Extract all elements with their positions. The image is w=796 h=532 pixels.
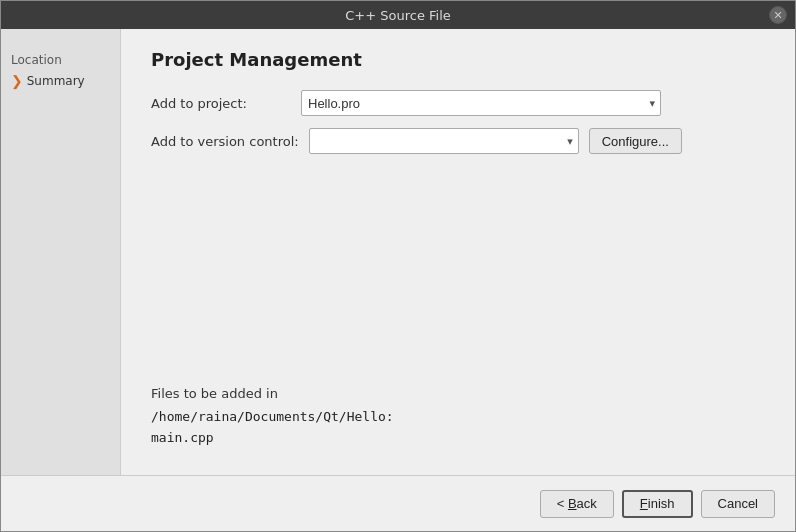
project-select-wrapper: Hello.pro [301, 90, 661, 116]
back-button[interactable]: < Back [540, 490, 614, 518]
close-button[interactable]: ✕ [769, 6, 787, 24]
page-title: Project Management [151, 49, 765, 70]
files-section: Files to be added in /home/raina/Documen… [151, 376, 765, 455]
add-to-vcs-row: Add to version control: Configure... [151, 128, 765, 154]
vcs-select[interactable] [309, 128, 579, 154]
footer: < Back Finish Cancel [1, 475, 795, 531]
title-bar: C++ Source File ✕ [1, 1, 795, 29]
vcs-select-wrapper [309, 128, 579, 154]
files-label: Files to be added in [151, 386, 765, 401]
close-icon: ✕ [773, 9, 782, 22]
window-title: C++ Source File [345, 8, 451, 23]
add-to-project-row: Add to project: Hello.pro [151, 90, 765, 116]
sidebar: Location ❯ Summary [1, 29, 121, 475]
main-panel: Project Management Add to project: Hello… [121, 29, 795, 475]
add-to-project-label: Add to project: [151, 96, 291, 111]
back-underline: B [568, 496, 577, 511]
finish-button-label: Finish [640, 496, 675, 511]
files-name: main.cpp [151, 430, 765, 445]
sidebar-summary-label: Summary [27, 74, 85, 88]
files-path: /home/raina/Documents/Qt/Hello: [151, 409, 765, 424]
configure-button[interactable]: Configure... [589, 128, 682, 154]
finish-button[interactable]: Finish [622, 490, 693, 518]
sidebar-item-location: Location [1, 49, 72, 69]
finish-underline: F [640, 496, 648, 511]
cancel-button[interactable]: Cancel [701, 490, 775, 518]
main-window: C++ Source File ✕ Location ❯ Summary Pro… [0, 0, 796, 532]
sidebar-item-summary: ❯ Summary [1, 69, 120, 93]
add-to-vcs-label: Add to version control: [151, 134, 299, 149]
back-button-label: < Back [557, 496, 597, 511]
sidebar-location-label: Location [11, 53, 62, 67]
project-select[interactable]: Hello.pro [301, 90, 661, 116]
sidebar-arrow-icon: ❯ [11, 73, 23, 89]
content-area: Location ❯ Summary Project Management Ad… [1, 29, 795, 475]
